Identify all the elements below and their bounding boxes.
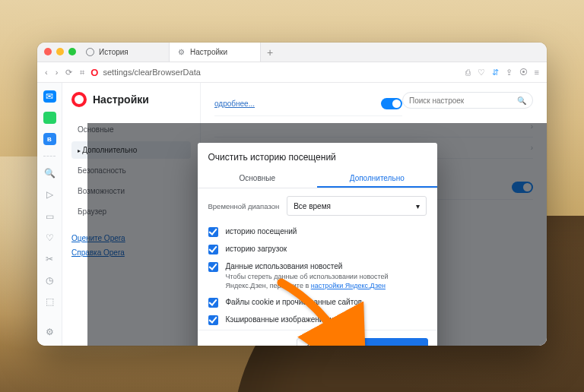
checkbox-downloads[interactable] [208, 245, 218, 254]
gear-icon: ⚙ [177, 48, 186, 56]
cancel-button[interactable]: Отмена [297, 338, 344, 346]
checkbox-history[interactable] [208, 227, 218, 237]
export-icon[interactable]: ⇪ [506, 68, 513, 77]
opera-logo-icon [71, 92, 87, 107]
tab-label: Настройки [190, 48, 227, 56]
bookmarks-icon[interactable]: ♡ [43, 232, 56, 244]
back-button[interactable]: ‹ [45, 68, 48, 77]
heart-icon[interactable]: ♡ [478, 68, 485, 77]
search-icon: 🔍 [517, 96, 526, 105]
new-tab-button[interactable]: + [261, 43, 279, 62]
tab-strip: История ⚙ Настройки + [37, 43, 547, 62]
apps-button[interactable]: ⌗ [80, 68, 84, 77]
vk-icon[interactable]: B [43, 133, 56, 145]
settings-page: Настройки Основные Дополнительно Безопас… [62, 83, 547, 346]
menu-icon[interactable]: ≡ [535, 68, 539, 77]
play-icon[interactable]: ▷ [43, 188, 56, 201]
reload-button[interactable]: ⟳ [65, 68, 72, 77]
time-range-label: Временной диапазон [208, 202, 280, 210]
chevron-down-icon: ▾ [416, 202, 420, 210]
setting-link[interactable]: одробнее... [214, 100, 255, 108]
checkbox-news[interactable] [208, 262, 218, 272]
tab-label: История [99, 48, 129, 56]
modal-title: Очистить историю посещений [198, 143, 437, 169]
side-rail: ✉ B 🔍 ▷ ▭ ♡ ✂ ◷ ⬚ ⚙ [37, 83, 62, 346]
opt-history: историю посещений [226, 226, 297, 237]
modal-tab-advanced[interactable]: Дополнительно [317, 169, 437, 188]
modal-tab-basic[interactable]: Основные [198, 169, 318, 188]
sync-icon[interactable]: ⇵ [492, 68, 499, 77]
setting-row[interactable]: одробнее... [214, 92, 402, 116]
checkbox-cache[interactable] [208, 315, 218, 325]
whatsapp-icon[interactable] [43, 112, 56, 124]
opt-downloads: историю загрузок [226, 244, 287, 254]
snapshot-icon[interactable]: ✂ [43, 253, 56, 265]
page-title: Настройки [93, 93, 149, 106]
time-range-value: Все время [294, 202, 331, 210]
maximize-window-button[interactable] [68, 48, 76, 55]
search-input[interactable] [409, 96, 513, 105]
messenger-icon[interactable]: ✉ [43, 90, 56, 103]
history-icon [86, 48, 94, 56]
content-area: ✉ B 🔍 ▷ ▭ ♡ ✂ ◷ ⬚ ⚙ Настройки Основные [37, 83, 547, 346]
clear-data-modal: Очистить историю посещений Основные Допо… [198, 143, 437, 346]
opt-cache: Кэшированные изображения и файлы [226, 315, 361, 325]
opt-news-title: Данные использования новостей [226, 261, 427, 272]
forward-button[interactable]: › [56, 68, 59, 77]
time-range-select[interactable]: Все время ▾ [287, 196, 426, 216]
close-window-button[interactable] [44, 48, 52, 55]
settings-search: 🔍 [402, 92, 533, 109]
url-text[interactable]: settings/clearBrowserData [103, 68, 200, 77]
search-icon[interactable]: 🔍 [43, 167, 56, 179]
modal-overlay[interactable]: Очистить историю посещений Основные Допо… [87, 123, 547, 346]
opt-cookies: Файлы cookie и прочие данные сайтов [226, 297, 363, 308]
opera-icon: O [90, 67, 98, 78]
tabs-panel-icon[interactable]: ▭ [43, 210, 56, 222]
history-rail-icon[interactable]: ◷ [43, 274, 56, 286]
camera-icon[interactable]: ⎙ [465, 68, 471, 77]
minimize-window-button[interactable] [56, 48, 64, 55]
tab-history[interactable]: История [78, 43, 170, 62]
browser-window: История ⚙ Настройки + ‹ › ⟳ ⌗ O settings… [37, 43, 547, 346]
toggle-icon[interactable]: ⦿ [519, 68, 528, 77]
window-controls [44, 48, 76, 55]
toggle-switch[interactable] [381, 98, 402, 109]
checkbox-cookies[interactable] [208, 298, 218, 308]
tab-settings[interactable]: ⚙ Настройки [170, 43, 261, 62]
extensions-icon[interactable]: ⬚ [43, 296, 56, 308]
delete-data-button[interactable]: Удалить данные [350, 338, 427, 346]
yandex-zen-settings-link[interactable]: настройки Яндекс.Дзен [311, 282, 386, 289]
settings-rail-icon[interactable]: ⚙ [43, 326, 56, 338]
url-bar: ‹ › ⟳ ⌗ O settings/clearBrowserData ⎙ ♡ … [37, 62, 547, 83]
